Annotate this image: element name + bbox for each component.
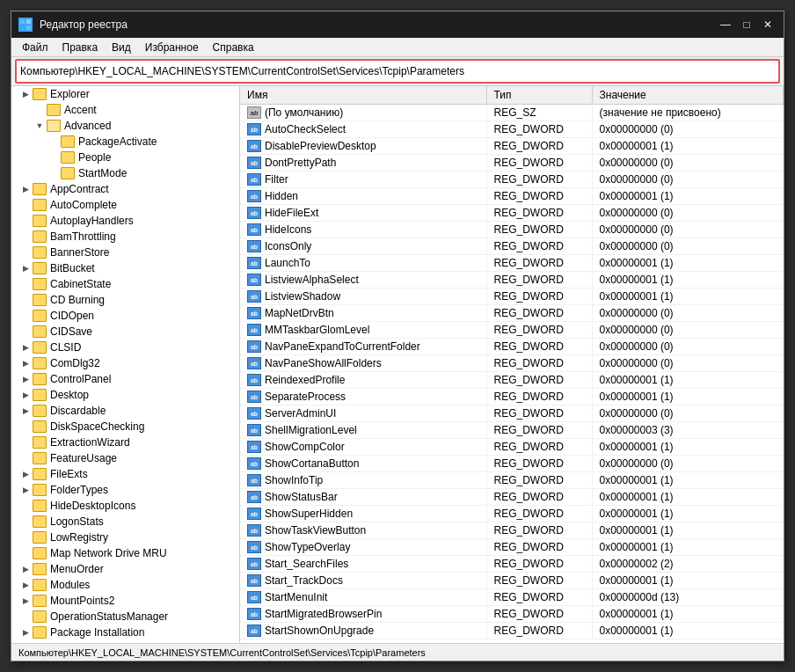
menu-help[interactable]: Справка — [206, 40, 261, 55]
expand-icon[interactable]: ▶ — [18, 578, 33, 592]
tree-item[interactable]: AutoplayHandlers — [11, 213, 239, 229]
tree-item[interactable]: LogonStats — [11, 514, 239, 530]
table-row[interactable]: abMMTaskbarGlomLevel REG_DWORD 0x0000000… — [240, 322, 784, 339]
menu-favorites[interactable]: Избранное — [138, 40, 206, 55]
expand-icon[interactable]: ▶ — [18, 372, 33, 386]
table-row[interactable]: abDontPrettyPath REG_DWORD 0x00000000 (0… — [240, 155, 784, 172]
tree-item[interactable]: ▶Explorer — [11, 86, 239, 102]
tree-item[interactable]: CIDOpen — [11, 308, 239, 324]
tree-item[interactable]: LowRegistry — [11, 530, 239, 545]
tree-item[interactable]: ▶ComDlg32 — [11, 355, 239, 371]
tree-item[interactable]: ▶MountPoints2 — [11, 593, 239, 609]
tree-item[interactable]: ExtractionWizard — [11, 435, 239, 450]
table-row[interactable]: abStartShownOnUpgrade REG_DWORD 0x000000… — [240, 623, 784, 639]
tree-item[interactable]: Accent — [11, 102, 239, 118]
tree-item[interactable]: ▼Advanced — [11, 118, 239, 134]
table-row[interactable]: abSeparateProcess REG_DWORD 0x00000001 (… — [240, 389, 784, 405]
table-row[interactable]: abStart_SearchFiles REG_DWORD 0x00000002… — [240, 556, 784, 573]
reg-name: abSeparateProcess — [240, 389, 486, 405]
maximize-button[interactable]: □ — [738, 16, 755, 33]
tree-item[interactable]: DiskSpaceChecking — [11, 419, 239, 435]
reg-name: abShowTypeOverlay — [240, 539, 486, 556]
expand-icon[interactable]: ▶ — [18, 594, 33, 608]
table-row[interactable]: abStartMenuInit REG_DWORD 0x0000000d (13… — [240, 589, 784, 606]
tree-item[interactable]: ▶FolderTypes — [11, 482, 239, 498]
tree-item[interactable]: ▶Desktop — [11, 387, 239, 403]
table-row[interactable]: abStartMigratedBrowserPin REG_DWORD 0x00… — [240, 606, 784, 623]
table-row[interactable]: abLaunchTo REG_DWORD 0x00000001 (1) — [240, 255, 784, 272]
table-row[interactable]: abShowCompColor REG_DWORD 0x00000001 (1) — [240, 439, 784, 456]
tree-item[interactable]: HideDesktopIcons — [11, 498, 239, 514]
expand-icon[interactable]: ▶ — [18, 404, 33, 418]
tree-item[interactable]: ▶MenuOrder — [11, 561, 239, 577]
tree-item-label: OperationStatusManager — [50, 610, 168, 623]
table-row[interactable]: abMapNetDrvBtn REG_DWORD 0x00000000 (0) — [240, 305, 784, 322]
table-row[interactable]: abNavPaneShowAllFolders REG_DWORD 0x0000… — [240, 355, 784, 372]
tree-item[interactable]: ▶ControlPanel — [11, 371, 239, 387]
expand-icon[interactable]: ▶ — [18, 340, 33, 354]
expand-icon[interactable]: ▶ — [18, 562, 33, 576]
tree-item[interactable]: ▶BitBucket — [11, 260, 239, 276]
svg-rect-1 — [26, 19, 31, 24]
table-row[interactable]: abReindexedProfile REG_DWORD 0x00000001 … — [240, 372, 784, 389]
tree-item[interactable]: CIDSave — [11, 324, 239, 340]
folder-icon — [33, 610, 47, 623]
menu-edit[interactable]: Правка — [55, 40, 106, 55]
expand-icon[interactable]: ▶ — [18, 388, 33, 402]
table-row[interactable]: abShowCortanaButton REG_DWORD 0x00000000… — [240, 456, 784, 472]
tree-item[interactable]: BamThrottling — [11, 229, 239, 245]
expand-icon[interactable]: ▶ — [18, 87, 33, 101]
table-row[interactable]: abHidden REG_DWORD 0x00000001 (1) — [240, 188, 784, 205]
expand-icon[interactable]: ▶ — [18, 356, 33, 370]
table-row[interactable]: abShowTaskViewButton REG_DWORD 0x0000000… — [240, 522, 784, 539]
tree-item[interactable]: Map Network Drive MRU — [11, 545, 239, 561]
tree-item[interactable]: ▶Modules — [11, 577, 239, 593]
tree-item[interactable]: ▶Discardable — [11, 403, 239, 419]
table-row[interactable]: abShowSuperHidden REG_DWORD 0x00000001 (… — [240, 506, 784, 522]
minimize-button[interactable]: — — [717, 16, 734, 33]
table-row[interactable]: abIconsOnly REG_DWORD 0x00000000 (0) — [240, 238, 784, 255]
tree-item[interactable]: AutoComplete — [11, 197, 239, 213]
tree-item[interactable]: ▶AppContract — [11, 181, 239, 197]
table-row[interactable]: abShowInfoTip REG_DWORD 0x00000001 (1) — [240, 472, 784, 489]
reg-icon-dword: ab — [247, 357, 261, 369]
table-row[interactable]: abListviewShadow REG_DWORD 0x00000001 (1… — [240, 289, 784, 305]
table-row[interactable]: abAutoCheckSelect REG_DWORD 0x00000000 (… — [240, 121, 784, 138]
table-row[interactable]: abShellMigrationLevel REG_DWORD 0x000000… — [240, 422, 784, 439]
table-row[interactable]: abShowStatusBar REG_DWORD 0x00000001 (1) — [240, 489, 784, 506]
tree-item[interactable]: CabinetState — [11, 276, 239, 292]
menu-view[interactable]: Вид — [105, 40, 138, 55]
reg-name: abDisablePreviewDesktop — [240, 138, 486, 155]
expand-icon[interactable]: ▶ — [18, 483, 33, 497]
address-bar[interactable]: Компьютер\HKEY_LOCAL_MACHINE\SYSTEM\Curr… — [15, 59, 780, 84]
expand-icon[interactable]: ▶ — [18, 625, 33, 639]
tree-item[interactable]: BannerStore — [11, 245, 239, 260]
expand-icon[interactable]: ▶ — [18, 261, 33, 275]
table-row[interactable]: abListviewAlphaSelect REG_DWORD 0x000000… — [240, 272, 784, 289]
table-row[interactable]: abHideIcons REG_DWORD 0x00000000 (0) — [240, 222, 784, 238]
table-row[interactable]: ab(По умолчанию) REG_SZ (значение не при… — [240, 105, 784, 121]
tree-item[interactable]: ▶FileExts — [11, 466, 239, 482]
expand-icon[interactable]: ▶ — [18, 182, 33, 196]
table-row[interactable]: abStart_TrackDocs REG_DWORD 0x00000001 (… — [240, 573, 784, 589]
table-row[interactable]: abFilter REG_DWORD 0x00000000 (0) — [240, 172, 784, 188]
tree-item[interactable]: PackageActivate — [11, 134, 239, 150]
tree-item[interactable]: StartMode — [11, 165, 239, 181]
tree-item[interactable]: FeatureUsage — [11, 450, 239, 466]
table-row[interactable]: abNavPaneExpandToCurrentFolder REG_DWORD… — [240, 339, 784, 355]
table-row[interactable]: abShowTypeOverlay REG_DWORD 0x00000001 (… — [240, 539, 784, 556]
reg-name: abNavPaneShowAllFolders — [240, 355, 486, 372]
menu-file[interactable]: Файл — [15, 40, 55, 55]
tree-item[interactable]: People — [11, 150, 239, 165]
table-row[interactable]: abHideFileExt REG_DWORD 0x00000000 (0) — [240, 205, 784, 222]
table-row[interactable]: abDisablePreviewDesktop REG_DWORD 0x0000… — [240, 138, 784, 155]
tree-item[interactable]: ▶Package Installation — [11, 625, 239, 640]
tree-item[interactable]: OperationStatusManager — [11, 609, 239, 625]
tree-item[interactable]: CD Burning — [11, 292, 239, 308]
tree-item-label: Advanced — [64, 120, 111, 132]
close-button[interactable]: ✕ — [759, 16, 777, 33]
table-row[interactable]: abServerAdminUI REG_DWORD 0x00000000 (0) — [240, 405, 784, 422]
tree-item[interactable]: ▶CLSID — [11, 340, 239, 355]
expand-icon[interactable]: ▶ — [18, 467, 33, 481]
expand-icon[interactable]: ▼ — [33, 119, 47, 133]
